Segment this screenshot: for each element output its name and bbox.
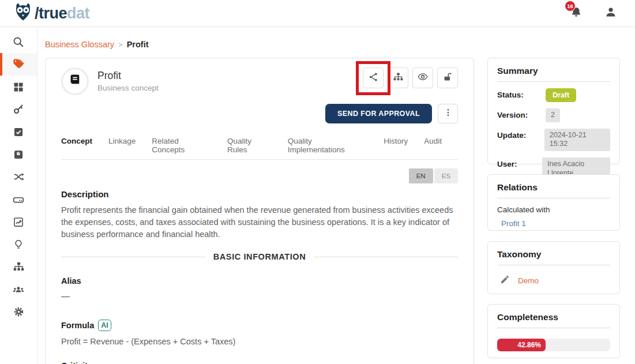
unlock-icon: [442, 72, 453, 85]
top-header: /truedat 16: [0, 0, 635, 27]
tab-quality-implementations[interactable]: Quality Implementations: [288, 133, 367, 159]
taxonomy-domain-link[interactable]: Demo: [518, 276, 539, 285]
key-icon: [13, 103, 25, 115]
truedat-logo[interactable]: /truedat: [13, 2, 89, 25]
sidebar-item-drive[interactable]: [0, 188, 37, 211]
tab-history[interactable]: History: [384, 133, 408, 159]
completeness-panel: Completeness 42.86%: [487, 304, 620, 358]
relations-panel: Relations Calculated with Profit 1: [487, 174, 620, 231]
taxonomy-panel: Taxonomy Demo: [487, 241, 620, 294]
status-badge: Draft: [546, 88, 576, 102]
summary-title: Summary: [497, 66, 610, 82]
kebab-menu-icon: [444, 108, 453, 119]
scale-icon: [13, 149, 24, 160]
user-icon: [604, 11, 618, 21]
sidebar-item-tags[interactable]: [0, 53, 37, 76]
search-icon: [12, 36, 25, 48]
update-badge: 2024-10-21 15:32: [544, 129, 610, 151]
share-icon: [368, 72, 379, 85]
lang-en-button[interactable]: EN: [409, 168, 433, 183]
concept-avatar: [61, 67, 89, 95]
tab-quality-rules[interactable]: Quality Rules: [227, 133, 272, 159]
check-square-icon: [13, 126, 24, 138]
tags-icon: [12, 58, 25, 71]
related-concept-link[interactable]: Profit 1: [501, 219, 610, 228]
alias-label: Alias: [61, 276, 458, 286]
basic-information-divider: BASIC INFORMATION: [61, 252, 458, 261]
gear-icon: [13, 306, 25, 318]
lightbulb-icon: [13, 239, 24, 250]
sidebar-item-search[interactable]: [0, 31, 37, 53]
completeness-title: Completeness: [497, 312, 610, 328]
breadcrumb-separator: >: [118, 40, 123, 49]
share-button[interactable]: [363, 67, 384, 88]
sidebar-item-key[interactable]: [0, 98, 37, 121]
sitemap-icon: [13, 261, 25, 273]
update-label: Update:: [497, 129, 544, 140]
summary-panel: Summary Status: Draft Version: 2 Update:…: [487, 58, 620, 164]
concept-type-label: Business concept: [97, 84, 159, 92]
status-label: Status:: [497, 88, 546, 99]
relation-type-label: Calculated with: [497, 205, 610, 214]
users-icon: [12, 283, 25, 296]
sidebar-item-grid[interactable]: [0, 76, 37, 98]
sidebar-item-scale[interactable]: [0, 143, 37, 166]
user-label: User:: [497, 157, 542, 168]
shuffle-icon: [13, 171, 25, 183]
sidebar-item-shuffle[interactable]: [0, 166, 37, 188]
notification-count-badge: 16: [565, 1, 576, 12]
concept-card: Profit Business concept: [45, 58, 474, 364]
hierarchy-button[interactable]: [388, 67, 408, 88]
version-badge: 2: [546, 108, 560, 122]
sidebar-item-check-square[interactable]: [0, 121, 37, 143]
alias-value: —: [61, 291, 458, 301]
description-heading: Description: [61, 189, 458, 199]
page-title: Profit: [97, 70, 159, 82]
completeness-fill: 42.86%: [497, 339, 546, 351]
breadcrumb-current: Profit: [127, 40, 149, 49]
drive-icon: [12, 193, 25, 206]
owl-icon: [13, 2, 33, 25]
send-for-approval-button[interactable]: SEND FOR APPROVAL: [325, 104, 432, 123]
eye-icon: [417, 71, 429, 85]
more-actions-button[interactable]: [438, 104, 458, 123]
formula-value: Profit = Revenue - (Expenses + Costs + T…: [61, 337, 458, 346]
sidebar-item-chart[interactable]: [0, 211, 37, 233]
version-label: Version:: [497, 108, 546, 119]
sidebar-item-settings[interactable]: [0, 301, 37, 323]
lock-button[interactable]: [437, 67, 458, 88]
logo-wordmark: /truedat: [35, 6, 89, 21]
left-nav-sidebar: [0, 27, 37, 364]
breadcrumb: Business Glossary>Profit: [45, 40, 149, 49]
sidebar-item-lightbulb[interactable]: [0, 233, 37, 256]
concept-tabs: Concept Linkage Related Concepts Quality…: [61, 133, 458, 160]
sidebar-item-sitemap[interactable]: [0, 256, 37, 278]
language-toggle: EN ES: [61, 168, 458, 183]
tab-concept[interactable]: Concept: [61, 133, 92, 159]
formula-label: Formula AI: [61, 320, 458, 331]
pencil-icon[interactable]: [500, 275, 510, 287]
sitemap-icon: [393, 72, 404, 85]
chart-icon: [13, 216, 24, 228]
grid-icon: [13, 81, 24, 93]
notifications-button[interactable]: 16: [569, 6, 584, 21]
lang-es-button[interactable]: ES: [434, 168, 458, 183]
divider-label: BASIC INFORMATION: [213, 252, 306, 261]
breadcrumb-parent-link[interactable]: Business Glossary: [45, 40, 114, 49]
completeness-progress-track: 42.86%: [497, 339, 610, 351]
book-icon: [68, 73, 82, 90]
bell-icon: [569, 12, 583, 21]
criticity-label: Criticity: [61, 361, 458, 364]
watch-button[interactable]: [412, 67, 433, 88]
sidebar-item-users[interactable]: [0, 278, 37, 301]
relations-title: Relations: [497, 182, 610, 198]
tab-related-concepts[interactable]: Related Concepts: [152, 133, 211, 159]
description-text: Profit represents the financial gain obt…: [61, 204, 465, 241]
ai-badge: AI: [98, 320, 111, 331]
tab-audit[interactable]: Audit: [424, 133, 442, 159]
user-menu-button[interactable]: [604, 5, 618, 21]
tab-linkage[interactable]: Linkage: [108, 133, 136, 159]
taxonomy-title: Taxonomy: [497, 249, 610, 265]
